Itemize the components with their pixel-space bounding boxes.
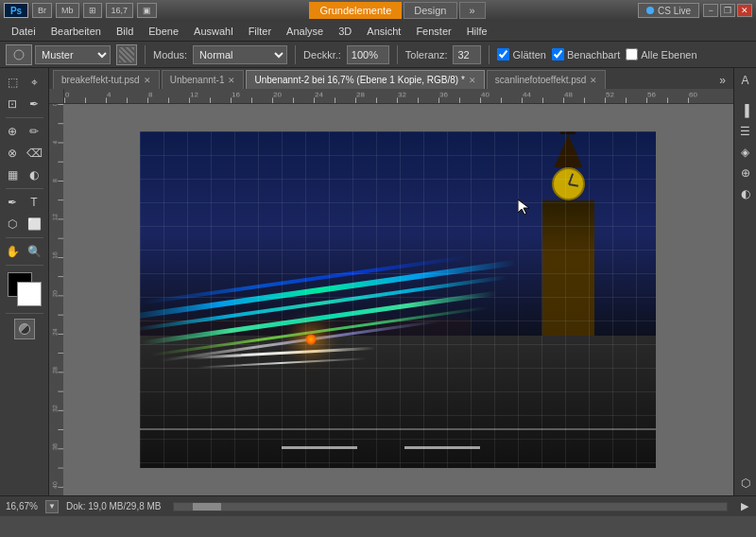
screen-mode-button[interactable]: ▣ [137, 3, 157, 18]
menu-auswahl[interactable]: Auswahl [186, 22, 241, 41]
tab-scanline[interactable]: scanlinefotoeffekt.psd ✕ [487, 70, 607, 89]
more-modes-button[interactable]: » [459, 2, 486, 19]
doc-size: Dok: 19,0 MB/29,8 MB [66, 501, 162, 511]
separator-2 [295, 45, 296, 64]
menu-ebene[interactable]: Ebene [141, 22, 186, 41]
tool-sep-1 [6, 117, 43, 118]
all-layers-checkbox[interactable]: Alle Ebenen [626, 48, 696, 61]
opacity-input[interactable] [347, 45, 389, 64]
tab-breakeffekt[interactable]: breakeffekt-tut.psd ✕ [53, 70, 160, 89]
eyedropper-tool[interactable]: ✒ [24, 94, 44, 114]
menu-filter[interactable]: Filter [241, 22, 279, 41]
scrollbar-thumb[interactable] [193, 503, 221, 511]
ps-logo: Ps [4, 3, 28, 18]
tool-row-crop: ⊡ ✒ [2, 94, 46, 114]
panel-btn-4[interactable]: ◈ [737, 144, 754, 161]
tab-unbenannt2[interactable]: Unbenannt-2 bei 16,7% (Ebene 1 Kopie, RG… [246, 70, 484, 89]
zoom-tool[interactable]: 🔍 [24, 241, 44, 262]
preset-select[interactable]: Muster [35, 45, 111, 64]
shape-tool[interactable]: ⬜ [24, 214, 44, 234]
panel-btn-5[interactable]: ⊕ [737, 165, 754, 182]
close-tab-breakeffekt[interactable]: ✕ [144, 76, 151, 85]
hand-tool[interactable]: ✋ [2, 241, 23, 262]
ruler-corner [49, 89, 64, 104]
cursor [518, 199, 529, 215]
menu-datei[interactable]: Datei [4, 22, 43, 41]
heal-tool[interactable]: ⊕ [2, 121, 23, 142]
tool-row-clone: ⊗ ⌫ [2, 143, 46, 164]
tool-row-select: ⬚ ⌖ [2, 72, 46, 93]
mode-tabs: Grundelemente Design » [309, 2, 485, 19]
tolerance-input[interactable] [453, 45, 481, 64]
selection-tool[interactable]: ⬚ [2, 72, 23, 93]
smooth-checkbox[interactable]: Glätten [497, 48, 545, 61]
tabs-overflow-button[interactable]: » [715, 72, 730, 89]
menu-hilfe[interactable]: Hilfe [459, 22, 495, 41]
panel-btn-6[interactable]: ◐ [737, 185, 754, 202]
opacity-label: Deckkr.: [303, 49, 341, 61]
menu-ansicht[interactable]: Ansicht [359, 22, 408, 41]
scroll-right-button[interactable]: ▶ [739, 501, 750, 512]
dodge-tool[interactable]: ◐ [24, 165, 44, 185]
panel-btn-7[interactable]: ⬡ [737, 475, 754, 492]
close-tab-unbenannt1[interactable]: ✕ [228, 76, 235, 85]
status-options-button[interactable]: ▼ [45, 500, 59, 513]
pen-tool[interactable]: ✒ [2, 192, 23, 213]
panel-btn-3[interactable]: ☰ [737, 123, 754, 140]
tab-design[interactable]: Design [404, 2, 456, 19]
mode-select[interactable]: Normal [193, 45, 287, 64]
lasso-tool[interactable]: ⌖ [24, 72, 44, 93]
neighbor-checkbox[interactable]: Benachbart [552, 48, 620, 61]
panel-btn-2[interactable]: ▐ [737, 102, 754, 119]
menu-3d[interactable]: 3D [331, 22, 359, 41]
cs-live-dot [646, 7, 654, 14]
crop-tool[interactable]: ⊡ [2, 94, 23, 114]
cs-live-button[interactable]: CS Live [638, 3, 699, 18]
tool-sep-5 [6, 313, 43, 314]
menu-bild[interactable]: Bild [109, 22, 141, 41]
background-color[interactable] [17, 282, 42, 306]
tool-row-hand: ✋ 🔍 [2, 241, 46, 262]
quick-mask-button[interactable] [14, 319, 35, 339]
color-boxes [8, 272, 42, 306]
arrange-button[interactable]: ⊞ [83, 3, 102, 18]
tab-grundelemente[interactable]: Grundelemente [309, 2, 402, 19]
right-panel: A ▐ ☰ ◈ ⊕ ◐ ⬡ [733, 68, 756, 495]
bridge-button[interactable]: Br [32, 3, 52, 18]
eraser-tool[interactable]: ⌫ [24, 143, 44, 164]
canvas-area: breakeffekt-tut.psd ✕ Unbenannt-1 ✕ Unbe… [49, 68, 733, 495]
photo-document[interactable] [140, 131, 656, 468]
pattern-preview[interactable] [116, 44, 137, 65]
type-tool[interactable]: T [24, 192, 44, 213]
clone-tool[interactable]: ⊗ [2, 143, 23, 164]
tool-row-pen: ✒ T [2, 192, 46, 213]
separator-1 [145, 45, 146, 64]
gradient-tool[interactable]: ▦ [2, 165, 23, 185]
vertical-ruler [49, 104, 63, 495]
menu-bearbeiten[interactable]: Bearbeiten [43, 22, 109, 41]
tool-row-path: ⬡ ⬜ [2, 214, 46, 234]
close-button[interactable]: ✕ [737, 4, 752, 17]
window-controls: − ❐ ✕ [703, 4, 752, 17]
main-area: ⬚ ⌖ ⊡ ✒ ⊕ ✏ ⊗ ⌫ ▦ ◐ ✒ T ⬡ ⬜ [0, 68, 756, 495]
zoom-value[interactable]: 16,7 [106, 3, 134, 18]
mini-button[interactable]: Mb [56, 3, 79, 18]
menu-analyse[interactable]: Analyse [279, 22, 331, 41]
close-tab-scanline[interactable]: ✕ [590, 76, 597, 85]
tool-sep-4 [6, 265, 43, 266]
minimize-button[interactable]: − [703, 4, 718, 17]
tolerance-label: Toleranz: [405, 49, 448, 61]
panel-btn-1[interactable]: A [737, 72, 754, 89]
brush-tool[interactable]: ✏ [24, 121, 44, 142]
options-bar: Muster Modus: Normal Deckkr.: Toleranz: … [0, 42, 756, 68]
canvas-container[interactable] [63, 104, 733, 495]
tab-unbenannt1[interactable]: Unbenannt-1 ✕ [162, 70, 245, 89]
separator-3 [397, 45, 398, 64]
horizontal-scrollbar[interactable] [173, 502, 728, 511]
tool-sep-3 [6, 237, 43, 238]
restore-button[interactable]: ❐ [720, 4, 735, 17]
close-tab-unbenannt2[interactable]: ✕ [469, 76, 476, 85]
path-select-tool[interactable]: ⬡ [2, 214, 23, 234]
menu-fenster[interactable]: Fenster [408, 22, 458, 41]
tool-preset-picker[interactable] [6, 44, 32, 65]
